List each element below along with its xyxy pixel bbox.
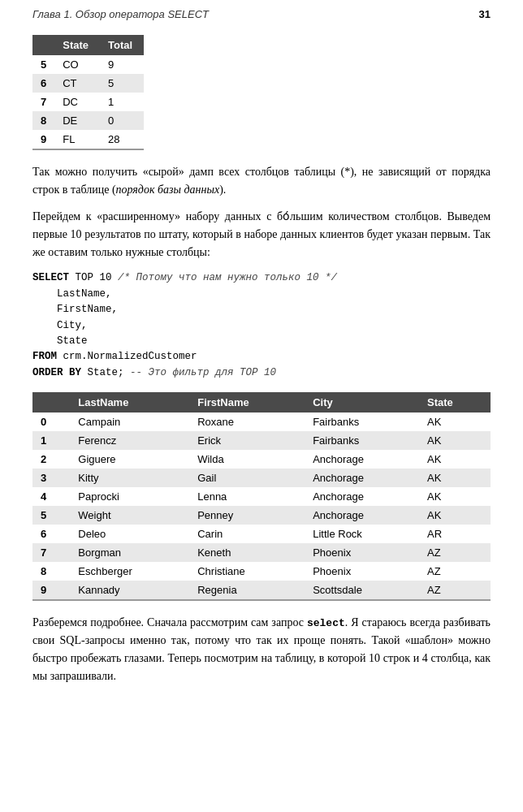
row-num: 0 — [32, 412, 70, 431]
city-cell: Scottsdale — [305, 581, 419, 600]
row-num: 8 — [32, 111, 54, 130]
code-from-table: crm.NormalizedCustomer — [63, 351, 197, 362]
large-table-firstname-header: FirstName — [189, 392, 305, 412]
row-num: 3 — [32, 469, 70, 487]
paragraph-2: Перейдем к «расширенному» набору данных … — [32, 208, 491, 261]
lastname-cell: Eschberger — [70, 562, 189, 581]
firstname-cell: Gail — [189, 469, 305, 487]
state-cell: AK — [419, 450, 491, 469]
large-table-row: 7 Borgman Keneth Phoenix AZ — [32, 543, 491, 562]
large-table-row: 9 Kannady Regenia Scottsdale AZ — [32, 581, 491, 600]
small-table-total-header: Total — [100, 35, 144, 55]
state-cell: AK — [419, 469, 491, 487]
row-num: 1 — [32, 431, 70, 450]
chapter-title: Глава 1. Обзор оператора SELECT — [32, 8, 209, 20]
state-cell: AK — [419, 506, 491, 525]
lastname-cell: Kannady — [70, 581, 189, 600]
large-table-row: 0 Campain Roxane Fairbanks AK — [32, 412, 491, 431]
para1-text: Так можно получить «сырой» дамп всех сто… — [32, 166, 491, 196]
large-table-row: 5 Weight Penney Anchorage AK — [32, 506, 491, 525]
small-table-row: 8 DE 0 — [32, 111, 144, 130]
city-cell: Phoenix — [305, 543, 419, 562]
lastname-cell: Paprocki — [70, 487, 189, 506]
small-table-row: 5 CO 9 — [32, 55, 144, 74]
total-cell: 1 — [100, 93, 144, 111]
large-table-row: 3 Kitty Gail Anchorage AK — [32, 469, 491, 487]
firstname-cell: Erick — [189, 431, 305, 450]
firstname-cell: Carin — [189, 525, 305, 543]
firstname-cell: Roxane — [189, 412, 305, 431]
row-num: 9 — [32, 130, 54, 149]
small-table-empty-header — [32, 35, 54, 55]
small-table-header-row: State Total — [32, 35, 144, 55]
large-table-row: 2 Giguere Wilda Anchorage AK — [32, 450, 491, 469]
large-table-state-header: State — [419, 392, 491, 412]
large-table-row: 8 Eschberger Christiane Phoenix AZ — [32, 562, 491, 581]
large-table-empty-header — [32, 392, 70, 412]
state-cell: CT — [54, 74, 100, 93]
row-num: 5 — [32, 506, 70, 525]
bottom-code: select — [307, 617, 345, 629]
large-table-lastname-header: LastName — [70, 392, 189, 412]
para1-italic: порядок базы данных — [116, 184, 220, 196]
small-table-state-header: State — [54, 35, 100, 55]
firstname-cell: Penney — [189, 506, 305, 525]
total-cell: 0 — [100, 111, 144, 130]
large-table-row: 6 Deleo Carin Little Rock AR — [32, 525, 491, 543]
row-num: 7 — [32, 93, 54, 111]
row-num: 4 — [32, 487, 70, 506]
code-comment-2: -- Это фильтр для TOP 10 — [130, 367, 276, 378]
lastname-cell: Weight — [70, 506, 189, 525]
state-cell: AR — [419, 525, 491, 543]
state-cell: AZ — [419, 562, 491, 581]
state-cell: AZ — [419, 543, 491, 562]
city-cell: Anchorage — [305, 487, 419, 506]
code-indent-state: State — [32, 335, 88, 347]
code-indent-city: City, — [32, 320, 88, 331]
row-num: 2 — [32, 450, 70, 469]
code-indent-lastname: LastName, — [32, 288, 112, 300]
paragraph-1: Так можно получить «сырой» дамп всех сто… — [32, 163, 491, 198]
bottom-paragraph: Разберемся подробнее. Сначала рассмотрим… — [32, 614, 491, 685]
large-table-row: 4 Paprocki Lenna Anchorage AK — [32, 487, 491, 506]
lastname-cell: Giguere — [70, 450, 189, 469]
city-cell: Phoenix — [305, 562, 419, 581]
para1-end: ). — [219, 184, 226, 196]
city-cell: Fairbanks — [305, 412, 419, 431]
city-cell: Little Rock — [305, 525, 419, 543]
code-top: TOP 10 — [76, 272, 112, 283]
code-indent-firstname: FirstName, — [32, 304, 118, 315]
large-table-row: 1 Ferencz Erick Fairbanks AK — [32, 431, 491, 450]
lastname-cell: Borgman — [70, 543, 189, 562]
large-table-container: LastName FirstName City State 0 Campain … — [32, 392, 491, 601]
code-comment-1: /* Потому что нам нужно только 10 */ — [118, 272, 337, 283]
row-num: 5 — [32, 55, 54, 74]
large-table: LastName FirstName City State 0 Campain … — [32, 392, 491, 601]
state-cell: FL — [54, 130, 100, 149]
page: Глава 1. Обзор оператора SELECT 31 State… — [0, 0, 523, 812]
lastname-cell: Deleo — [70, 525, 189, 543]
small-table-row: 9 FL 28 — [32, 130, 144, 149]
firstname-cell: Lenna — [189, 487, 305, 506]
small-table-row: 6 CT 5 — [32, 74, 144, 93]
firstname-cell: Wilda — [189, 450, 305, 469]
state-cell: DE — [54, 111, 100, 130]
row-num: 6 — [32, 74, 54, 93]
row-num: 8 — [32, 562, 70, 581]
code-block: SELECT TOP 10 /* Потому что нам нужно то… — [32, 270, 491, 381]
large-table-header-row: LastName FirstName City State — [32, 392, 491, 412]
city-cell: Anchorage — [305, 450, 419, 469]
row-num: 6 — [32, 525, 70, 543]
city-cell: Fairbanks — [305, 431, 419, 450]
code-order-field: State; — [88, 367, 124, 378]
total-cell: 9 — [100, 55, 144, 74]
state-cell: CO — [54, 55, 100, 74]
state-cell: AK — [419, 487, 491, 506]
lastname-cell: Campain — [70, 412, 189, 431]
state-cell: AZ — [419, 581, 491, 600]
city-cell: Anchorage — [305, 469, 419, 487]
state-cell: DC — [54, 93, 100, 111]
total-cell: 5 — [100, 74, 144, 93]
code-from-kw: FROM — [32, 351, 57, 362]
total-cell: 28 — [100, 130, 144, 149]
